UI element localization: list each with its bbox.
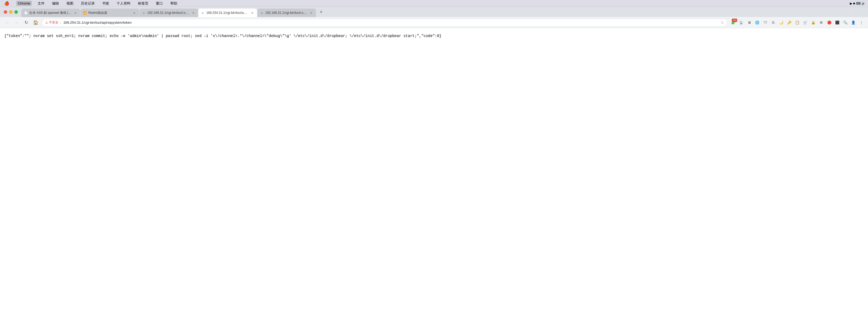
- adblock-icon[interactable]: 🛡: [762, 19, 769, 26]
- tab-2-favicon: 📶: [83, 11, 87, 15]
- back-button[interactable]: ←: [3, 19, 11, 26]
- menu-profiles[interactable]: 个人资料: [115, 1, 132, 6]
- bookmark-star-icon[interactable]: ☆: [720, 20, 724, 25]
- tab-4-active[interactable]: ● 169.254.31.1/cgi-bin/luci/api/x... ✕: [198, 8, 257, 17]
- traffic-light-fullscreen[interactable]: [14, 10, 18, 14]
- extension-icon-5[interactable]: 🔴: [826, 19, 833, 26]
- menu-edit[interactable]: 编辑: [51, 1, 61, 6]
- menu-file[interactable]: 文件: [36, 1, 46, 6]
- dark-reader-icon[interactable]: 🌙: [778, 19, 785, 26]
- extension-icon-3[interactable]: 🔒: [810, 19, 817, 26]
- tab-3-title: 192.168.31.1/cgi-bin/luci/;stok-...: [147, 11, 189, 15]
- tab-2-close[interactable]: ✕: [132, 11, 136, 15]
- menu-bar-right: ▶ ■ ⌨ 🔊: [850, 2, 865, 5]
- menu-view[interactable]: 视图: [65, 1, 75, 6]
- extension-badge-button[interactable]: 🧩1624: [730, 19, 737, 26]
- extension-icon-2[interactable]: 🛒: [802, 19, 809, 26]
- tab-4-favicon: ●: [201, 11, 205, 15]
- grammarly-icon[interactable]: G: [770, 19, 777, 26]
- more-menu-button[interactable]: ⋮: [858, 19, 865, 26]
- traffic-lights: [4, 10, 18, 14]
- url-text[interactable]: 169.254.31.1/cgi-bin/luci/api/xqsystem/t…: [63, 21, 719, 25]
- tab-5-title: 192.168.31.1/cgi-bin/luci/;stok-...: [265, 11, 308, 15]
- security-label: 不安全: [49, 20, 58, 25]
- tab-4-close[interactable]: ✕: [250, 11, 254, 15]
- apple-menu[interactable]: 🍎: [3, 1, 11, 6]
- tab-3-close[interactable]: ✕: [191, 11, 195, 15]
- screen-share-icon[interactable]: 🖥: [746, 19, 753, 26]
- tab-3[interactable]: ● 192.168.31.1/cgi-bin/luci/;stok-... ✕: [139, 8, 198, 17]
- traffic-light-minimize[interactable]: [9, 10, 12, 14]
- page-text: {"token":""; nvram set ssh_en=1; nvram c…: [4, 34, 441, 38]
- tab-bar: 📄 红米 AX6 刷 openwrt 教程 | 软... ✕ 📶 Redmi路由…: [0, 7, 868, 17]
- search-icon[interactable]: 🔍: [842, 19, 849, 26]
- menu-bar: 🍎 Chrome 文件 编辑 视图 历史记录 书签 个人资料 标签页 窗口 帮助…: [0, 0, 868, 7]
- tab-1-close[interactable]: ✕: [73, 11, 78, 15]
- menu-chrome[interactable]: Chrome: [16, 1, 32, 6]
- warning-icon: ⚠: [45, 21, 48, 25]
- toolbar-right: 🧩1624 📡 🖥 🌐 🛡 G 🌙 🔑 📋 🛒 🔒 ⚙ 🔴 ⬛ 🔍 👤 ⋮: [730, 19, 865, 26]
- traffic-light-close[interactable]: [4, 10, 7, 14]
- lastpass-icon[interactable]: 🔑: [786, 19, 793, 26]
- tab-1[interactable]: 📄 红米 AX6 刷 openwrt 教程 | 软... ✕: [21, 8, 80, 17]
- address-bar: ← → ↻ 🏠 ⚠ 不安全 | 169.254.31.1/cgi-bin/luc…: [0, 17, 868, 28]
- menu-tabs[interactable]: 标签页: [136, 1, 150, 6]
- page-content: {"token":""; nvram set ssh_en=1; nvram c…: [0, 28, 868, 316]
- tab-4-title: 169.254.31.1/cgi-bin/luci/api/x...: [206, 11, 248, 15]
- tab-1-favicon: 📄: [24, 11, 28, 15]
- wifi-icon: ▶ ■ ⌨ 🔊: [850, 2, 865, 5]
- menu-window[interactable]: 窗口: [154, 1, 164, 6]
- profile-icon[interactable]: 👤: [850, 19, 857, 26]
- tab-2-title: Redmi路由器: [88, 11, 130, 15]
- refresh-button[interactable]: ↻: [23, 19, 30, 26]
- tab-3-favicon: ●: [142, 11, 146, 15]
- extension-icon-6[interactable]: ⬛: [834, 19, 841, 26]
- url-separator: |: [60, 21, 61, 25]
- extension-icon-1[interactable]: 📋: [794, 19, 801, 26]
- forward-button[interactable]: →: [13, 19, 20, 26]
- cast-icon[interactable]: 📡: [738, 19, 745, 26]
- tab-5[interactable]: ● 192.168.31.1/cgi-bin/luci/;stok-... ✕: [257, 8, 316, 17]
- url-bar[interactable]: ⚠ 不安全 | 169.254.31.1/cgi-bin/luci/api/xq…: [42, 19, 727, 27]
- extension-icon-4[interactable]: ⚙: [818, 19, 825, 26]
- menu-help[interactable]: 帮助: [169, 1, 179, 6]
- translate-icon[interactable]: 🌐: [754, 19, 761, 26]
- security-indicator: ⚠ 不安全 |: [45, 20, 62, 25]
- menu-history[interactable]: 历史记录: [79, 1, 96, 6]
- tab-5-favicon: ●: [260, 11, 264, 15]
- tab-1-title: 红米 AX6 刷 openwrt 教程 | 软...: [29, 11, 71, 15]
- menu-bookmarks[interactable]: 书签: [101, 1, 111, 6]
- new-tab-button[interactable]: +: [317, 8, 325, 16]
- tab-5-close[interactable]: ✕: [309, 11, 313, 15]
- home-button[interactable]: 🏠: [32, 19, 39, 26]
- tab-2[interactable]: 📶 Redmi路由器 ✕: [80, 8, 139, 17]
